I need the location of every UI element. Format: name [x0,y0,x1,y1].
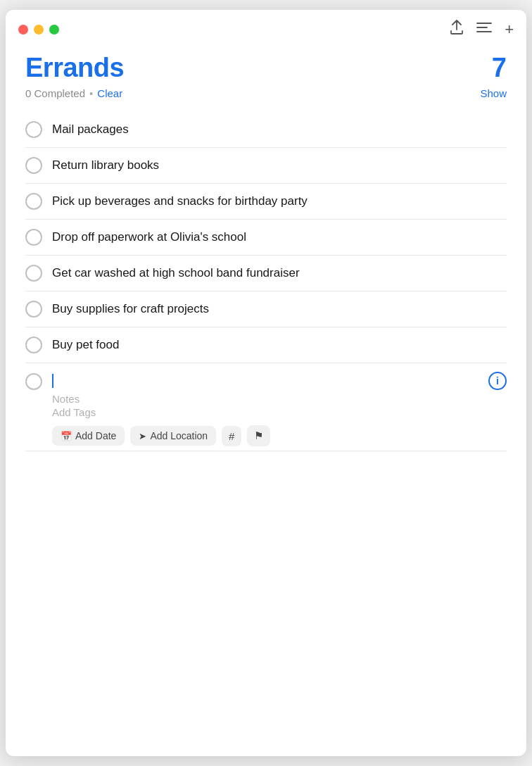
task-item: Pick up beverages and snacks for birthda… [25,184,507,220]
task-checkbox-4[interactable] [25,229,42,246]
list-icon[interactable] [476,21,492,37]
location-icon: ➤ [139,431,146,441]
task-text-6: Buy supplies for craft projects [52,302,209,316]
task-item: Get car washed at high school band fundr… [25,256,507,291]
task-item: Mail packages [25,112,507,148]
calendar-icon: 📅 [61,431,72,441]
task-item: Return library books [25,148,507,184]
completed-count-label: 0 Completed [25,87,85,99]
task-list: Mail packages Return library books Pick … [25,112,507,451]
add-location-button[interactable]: ➤ Add Location [130,426,216,446]
task-item: Buy supplies for craft projects [25,291,507,327]
completed-info: 0 Completed • Clear [25,87,122,99]
new-task-input-row: i [52,372,507,390]
add-date-button[interactable]: 📅 Add Date [52,426,125,446]
new-task-item: i Notes Add Tags 📅 Add Date ➤ Add Locati… [25,363,507,451]
task-text-4: Drop off paperwork at Olivia's school [52,230,246,244]
task-checkbox-6[interactable] [25,301,42,318]
completed-row: 0 Completed • Clear Show [25,87,507,99]
info-icon[interactable]: i [488,372,507,390]
task-text-1: Mail packages [52,123,129,137]
task-item: Buy pet food [25,327,507,363]
clear-button[interactable]: Clear [97,87,122,99]
flag-button[interactable]: ⚑ [247,425,270,446]
task-checkbox-2[interactable] [25,157,42,174]
title-bar-actions: + [450,20,514,39]
task-checkbox-7[interactable] [25,337,42,353]
title-bar: + [6,10,526,46]
task-item: Drop off paperwork at Olivia's school [25,220,507,256]
notes-placeholder[interactable]: Notes [52,393,507,405]
content-area: Errands 7 0 Completed • Clear Show Mail … [6,46,526,756]
minimize-button[interactable] [34,25,44,34]
maximize-button[interactable] [49,25,59,34]
action-buttons: 📅 Add Date ➤ Add Location # ⚑ [52,425,507,446]
close-button[interactable] [18,25,28,34]
task-text-2: Return library books [52,158,159,172]
text-cursor [52,374,53,388]
show-button[interactable]: Show [480,87,507,99]
share-icon[interactable] [450,20,464,39]
app-window: + Errands 7 0 Completed • Clear Show Mai… [6,10,526,756]
new-task-content: i Notes Add Tags 📅 Add Date ➤ Add Locati… [52,372,507,446]
task-checkbox-1[interactable] [25,121,42,138]
add-location-label: Add Location [150,430,208,441]
add-date-label: Add Date [75,430,116,441]
task-text-7: Buy pet food [52,338,119,352]
task-text-3: Pick up beverages and snacks for birthda… [52,194,308,208]
header-row: Errands 7 [25,53,507,83]
dot-separator: • [89,87,93,99]
task-checkbox-5[interactable] [25,265,42,282]
task-checkbox-3[interactable] [25,193,42,210]
page-title: Errands [25,53,124,83]
hash-button[interactable]: # [222,426,241,446]
task-text-5: Get car washed at high school band fundr… [52,266,300,280]
task-count: 7 [492,53,507,83]
tags-placeholder[interactable]: Add Tags [52,406,507,418]
add-icon[interactable]: + [505,20,514,39]
traffic-lights [18,25,59,34]
new-task-checkbox[interactable] [25,373,42,390]
